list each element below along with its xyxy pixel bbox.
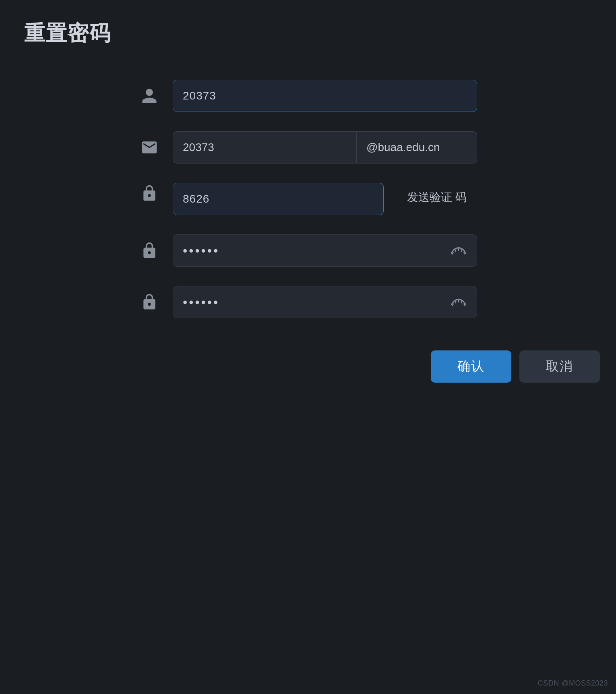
lock-icon-code bbox=[139, 183, 160, 204]
svg-line-8 bbox=[461, 301, 462, 303]
new-password-input[interactable] bbox=[173, 234, 477, 267]
page-title: 重置密码 bbox=[0, 0, 616, 48]
svg-line-4 bbox=[464, 252, 465, 254]
confirm-password-input[interactable] bbox=[173, 286, 477, 318]
email-icon bbox=[139, 137, 160, 158]
code-section bbox=[173, 183, 384, 215]
lock-icon-confirm-password bbox=[139, 292, 160, 313]
verification-code-input[interactable] bbox=[173, 183, 384, 215]
lock-icon-new-password bbox=[139, 240, 160, 261]
send-code-button[interactable]: 发送验证 码 bbox=[397, 183, 477, 205]
email-inputs bbox=[173, 131, 477, 164]
email-row bbox=[139, 131, 477, 164]
form-container: 发送验证 码 bbox=[131, 80, 485, 318]
confirm-button[interactable]: 确认 bbox=[431, 350, 511, 383]
svg-line-9 bbox=[464, 304, 465, 305]
new-password-row bbox=[139, 234, 477, 267]
action-buttons: 确认 取消 bbox=[0, 350, 616, 383]
verification-code-row: 发送验证 码 bbox=[139, 183, 477, 215]
confirm-password-wrapper bbox=[173, 286, 477, 318]
email-suffix-input[interactable] bbox=[356, 131, 477, 164]
toggle-new-password-icon[interactable] bbox=[450, 245, 467, 256]
new-password-wrapper bbox=[173, 234, 477, 267]
user-icon bbox=[139, 85, 160, 106]
svg-line-0 bbox=[453, 252, 453, 254]
svg-line-1 bbox=[455, 250, 456, 251]
email-prefix-input[interactable] bbox=[173, 131, 356, 164]
svg-line-5 bbox=[453, 304, 453, 305]
confirm-password-row bbox=[139, 286, 477, 318]
username-row bbox=[139, 80, 477, 112]
toggle-confirm-password-icon[interactable] bbox=[450, 296, 467, 308]
svg-line-6 bbox=[455, 301, 456, 303]
watermark: CSDN @MOSS2023 bbox=[538, 679, 608, 688]
cancel-button[interactable]: 取消 bbox=[519, 350, 600, 383]
svg-line-3 bbox=[461, 250, 462, 251]
username-input[interactable] bbox=[173, 80, 477, 112]
